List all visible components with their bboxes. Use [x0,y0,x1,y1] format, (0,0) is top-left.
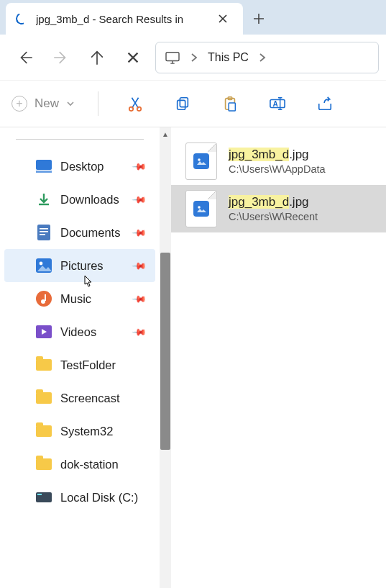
file-ext: .jpg [289,148,308,161]
file-icon [185,143,217,180]
breadcrumb-this-pc[interactable]: This PC [203,51,253,64]
sidebar-item-label: System32 [60,425,113,438]
document-icon [36,225,52,240]
share-button[interactable] [311,90,339,117]
sidebar-item-downloads[interactable]: Downloads 📌 [4,183,155,216]
sidebar-item-label: Videos [60,325,96,339]
sidebar-item-localdisk[interactable]: Local Disk (C:) [4,481,155,514]
pin-icon: 📌 [132,291,147,307]
address-root-icon[interactable] [160,51,185,64]
paste-button[interactable] [216,90,244,117]
sidebar-item-dokstation[interactable]: dok-station [4,448,155,481]
sidebar-divider [16,139,144,140]
sidebar-item-music[interactable]: Music 📌 [4,282,155,315]
chevron-down-icon [66,99,75,108]
file-meta: jpg_3mb_d.jpg C:\Users\W\AppData [229,148,326,175]
videos-icon [36,324,52,340]
file-icon [185,190,217,227]
navigation-bar: This PC [0,35,386,81]
sidebar-item-documents[interactable]: Documents 📌 [4,216,155,249]
desktop-icon [36,158,52,174]
breadcrumb-chevron[interactable] [254,53,270,63]
sidebar-item-label: TestFolder [60,358,116,372]
file-meta: jpg_3mb_d.jpg C:\Users\W\Recent [229,195,318,222]
file-ext: .jpg [289,195,308,209]
new-button-label: New [35,96,59,111]
pictures-icon [36,258,52,273]
sidebar-item-testfolder[interactable]: TestFolder [4,348,155,381]
svg-rect-13 [40,228,48,230]
file-path: C:\Users\W\Recent [229,211,318,222]
sidebar-item-label: Desktop [60,160,104,173]
download-icon [36,191,52,207]
svg-point-1 [129,107,134,112]
svg-point-2 [137,107,142,112]
tab-search-results[interactable]: jpg_3mb_d - Search Results in [6,3,243,35]
svg-rect-14 [40,231,48,232]
svg-rect-12 [37,225,50,240]
image-badge-icon [193,201,209,217]
scroll-up-button[interactable]: ▲ [160,127,171,140]
folder-icon [36,423,52,439]
music-icon [36,291,52,307]
svg-point-17 [40,262,43,266]
breadcrumb-chevron[interactable] [186,53,202,63]
svg-rect-0 [166,52,179,60]
sidebar-item-videos[interactable]: Videos 📌 [4,315,155,348]
svg-rect-11 [36,171,52,173]
disk-icon [36,489,52,505]
pin-icon: 📌 [132,324,147,340]
breadcrumb-label: This PC [208,51,249,64]
sidebar-item-label: Documents [60,226,120,240]
svg-rect-4 [180,98,188,107]
refresh-cancel-button[interactable] [115,40,151,76]
sidebar-item-screencast[interactable]: Screencast [4,381,155,415]
highlight: jpg_3mb_d [229,148,289,161]
folder-icon [36,390,52,406]
up-button[interactable] [79,40,115,76]
close-tab-button[interactable] [213,9,233,29]
svg-text:A: A [273,100,279,108]
sidebar-item-pictures[interactable]: Pictures 📌 [4,249,155,282]
toolbar-separator [98,91,98,116]
rename-button[interactable]: A [264,90,291,117]
navigation-pane: Desktop 📌 Downloads 📌 Documents 📌 Pictur… [0,127,160,588]
highlight: jpg_3mb_d [229,195,289,209]
svg-point-18 [36,291,52,307]
new-tab-button[interactable] [243,3,275,35]
file-name: jpg_3mb_d.jpg [229,195,318,209]
svg-point-21 [198,158,201,161]
explorer-body: Desktop 📌 Downloads 📌 Documents 📌 Pictur… [0,127,386,588]
command-bar: + New A [0,81,386,127]
pin-icon: 📌 [132,225,147,240]
copy-button[interactable] [169,90,196,117]
folder-icon [36,456,52,472]
new-button[interactable]: + New [12,96,75,112]
loading-spinner-icon [14,12,29,27]
sidebar-item-label: Downloads [60,193,119,207]
sidebar-item-label: dok-station [60,458,119,471]
back-button[interactable] [7,40,43,76]
image-badge-icon [193,153,209,169]
forward-button[interactable] [43,40,79,76]
file-name: jpg_3mb_d.jpg [229,148,326,162]
svg-point-22 [198,206,201,209]
sidebar-item-label: Screencast [60,392,120,405]
plus-circle-icon: + [12,96,27,112]
address-bar[interactable]: This PC [155,42,379,73]
pin-icon: 📌 [132,158,147,174]
file-path: C:\Users\W\AppData [229,163,326,175]
cut-button[interactable] [121,90,149,117]
result-row[interactable]: jpg_3mb_d.jpg C:\Users\W\Recent [171,185,386,232]
svg-rect-15 [40,234,45,235]
scrollbar-thumb[interactable] [160,253,170,450]
sidebar-item-desktop[interactable]: Desktop 📌 [4,150,155,183]
result-row[interactable]: jpg_3mb_d.jpg C:\Users\W\AppData [171,137,386,185]
tab-strip: jpg_3mb_d - Search Results in [0,0,386,35]
folder-icon [36,357,52,373]
svg-rect-7 [229,103,235,111]
sidebar-scrollbar[interactable]: ▲ [160,127,171,588]
sidebar-item-system32[interactable]: System32 [4,415,155,448]
pin-icon: 📌 [132,191,147,207]
svg-rect-3 [178,100,185,109]
